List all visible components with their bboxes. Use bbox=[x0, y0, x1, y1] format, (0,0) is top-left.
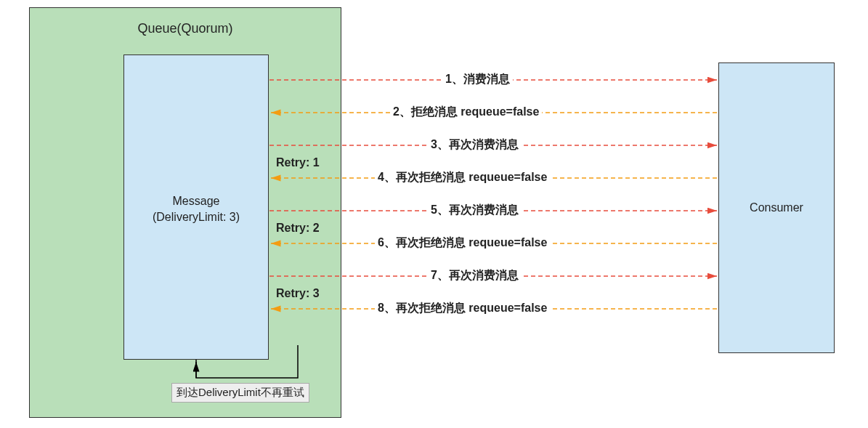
step-5-label: 5、再次消费消息 bbox=[428, 202, 522, 219]
delivery-limit-label: 到达DeliveryLimit不再重试 bbox=[171, 383, 309, 403]
step-3-label: 3、再次消费消息 bbox=[428, 137, 522, 153]
step-4-label: 4、再次拒绝消息 requeue=false bbox=[375, 169, 550, 186]
retry-1-label: Retry: 1 bbox=[276, 156, 320, 169]
step-1-label: 1、消费消息 bbox=[442, 71, 513, 88]
message-box: Message (DeliveryLimit: 3) bbox=[123, 54, 269, 360]
message-line2: (DeliveryLimit: 3) bbox=[124, 209, 268, 225]
retry-2-label: Retry: 2 bbox=[276, 222, 320, 235]
message-line1: Message bbox=[124, 193, 268, 209]
message-label: Message (DeliveryLimit: 3) bbox=[124, 193, 268, 226]
step-7-label: 7、再次消费消息 bbox=[428, 267, 522, 284]
retry-3-label: Retry: 3 bbox=[276, 287, 320, 300]
queue-title: Queue(Quorum) bbox=[30, 8, 341, 36]
step-6-label: 6、再次拒绝消息 requeue=false bbox=[375, 235, 550, 251]
step-8-label: 8、再次拒绝消息 requeue=false bbox=[375, 300, 550, 317]
consumer-box: Consumer bbox=[718, 62, 835, 353]
step-2-label: 2、拒绝消息 requeue=false bbox=[390, 104, 542, 121]
consumer-label: Consumer bbox=[750, 201, 803, 214]
